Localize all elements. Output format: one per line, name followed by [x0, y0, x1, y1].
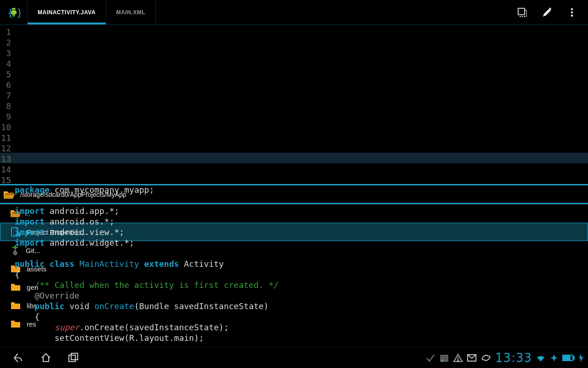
- gmail-icon: [467, 353, 477, 363]
- app-icon[interactable]: { }: [0, 0, 28, 25]
- code-line[interactable]: @Override: [15, 290, 588, 301]
- code-line[interactable]: import android.widget.*;: [15, 237, 588, 248]
- charging-icon: [579, 354, 583, 362]
- svg-rect-28: [564, 356, 570, 360]
- line-number-gutter: 123456789101112131415: [0, 27, 11, 185]
- run-button[interactable]: [512, 2, 533, 23]
- recent-apps-button[interactable]: [60, 347, 87, 368]
- current-line-highlight: [0, 153, 588, 163]
- code-line[interactable]: import android.app.*;: [15, 206, 588, 216]
- code-line[interactable]: [15, 248, 588, 259]
- home-button[interactable]: [32, 347, 60, 368]
- code-line[interactable]: /** Called when the activity is first cr…: [15, 280, 588, 290]
- svg-rect-11: [571, 15, 573, 17]
- tab-label: MAINACTIVITY.JAVA: [38, 10, 96, 15]
- build-icon: [439, 353, 449, 363]
- tab-mainactivity-java[interactable]: MAINACTIVITY.JAVA: [28, 0, 106, 24]
- back-button[interactable]: [5, 347, 32, 368]
- svg-point-22: [441, 360, 443, 362]
- system-bar: 13:33: [0, 347, 588, 368]
- code-line[interactable]: package com.mycompany.myapp;: [15, 184, 588, 195]
- svg-rect-2: [11, 11, 12, 14]
- warning-icon: [453, 353, 463, 363]
- code-line[interactable]: public void onCreate(Bundle savedInstanc…: [15, 301, 588, 311]
- folder-open-icon: [3, 190, 16, 200]
- wifi-icon: [536, 353, 546, 363]
- code-line[interactable]: {: [15, 311, 588, 322]
- status-time: 13:33: [495, 352, 532, 364]
- tabs: MAINACTIVITY.JAVA MAIN.XML: [28, 0, 156, 24]
- tab-label: MAIN.XML: [116, 10, 145, 15]
- tab-bar: { } MAINACTIVITY.JAVA MAIN.XML: [0, 0, 588, 25]
- code-line[interactable]: [15, 195, 588, 206]
- svg-rect-19: [69, 355, 75, 362]
- svg-rect-20: [71, 353, 78, 360]
- code-body[interactable]: package com.mycompany.myapp; import andr…: [15, 184, 588, 343]
- svg-rect-27: [573, 356, 574, 359]
- code-line[interactable]: setContentView(R.layout.main);: [15, 333, 588, 343]
- airplane-mode-icon: [549, 353, 559, 362]
- code-line[interactable]: super.onCreate(savedInstanceState);: [15, 322, 588, 333]
- svg-point-24: [458, 360, 458, 361]
- svg-marker-29: [579, 354, 583, 362]
- svg-rect-5: [14, 15, 15, 17]
- svg-rect-1: [12, 10, 16, 15]
- svg-rect-10: [571, 12, 573, 13]
- svg-rect-9: [571, 8, 573, 10]
- code-line[interactable]: import android.os.*;: [15, 216, 588, 227]
- code-line[interactable]: public class MainActivity extends Activi…: [15, 259, 588, 269]
- svg-rect-7: [518, 8, 525, 15]
- code-line[interactable]: import android.view.*;: [15, 227, 588, 237]
- overflow-menu-button[interactable]: [561, 2, 582, 23]
- svg-rect-4: [12, 15, 13, 17]
- code-line[interactable]: {: [15, 269, 588, 280]
- edit-button[interactable]: [537, 2, 558, 23]
- code-editor[interactable]: 123456789101112131415package com.mycompa…: [0, 25, 588, 185]
- check-icon: [425, 353, 435, 363]
- battery-icon: [562, 354, 575, 362]
- sync-icon: [481, 353, 492, 363]
- tab-main-xml[interactable]: MAIN.XML: [106, 0, 156, 24]
- svg-text:}: }: [17, 7, 21, 18]
